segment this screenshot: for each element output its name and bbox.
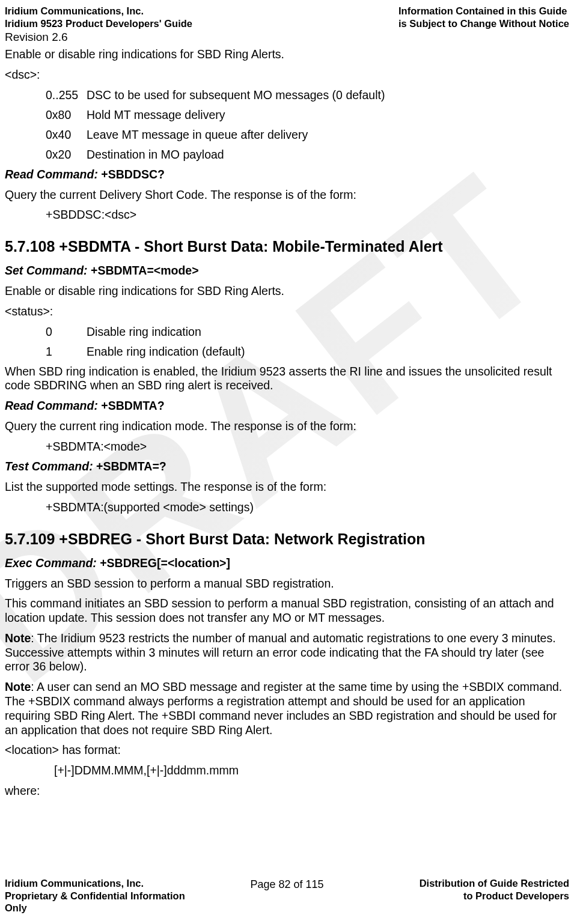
test-command-value: +SBDMTA=?: [93, 460, 166, 473]
status-value: Disable ring indication: [87, 325, 201, 339]
set-command-label: Set Command:: [5, 264, 88, 277]
test-command-label: Test Command:: [5, 460, 93, 473]
status-table: 0Disable ring indication 1Enable ring in…: [46, 325, 569, 359]
paragraph: This command initiates an SBD session to…: [5, 597, 569, 625]
read-command-hdr: Read Command: +SBDDSC?: [5, 168, 569, 182]
where-label: where:: [5, 784, 569, 798]
exec-command-label: Exec Command:: [5, 556, 97, 570]
paragraph: Enable or disable ring indications for S…: [5, 47, 569, 62]
note-paragraph: Note: The Iridium 9523 restricts the num…: [5, 631, 569, 674]
section-5-7-108: 5.7.108 +SBDMTA - Short Burst Data: Mobi…: [5, 238, 569, 255]
dsc-value: Destination in MO payload: [87, 148, 224, 162]
read-command-label: Read Command:: [5, 168, 98, 181]
dsc-key: 0x80: [46, 108, 87, 122]
header-info-line1: Information Contained in this Guide: [398, 5, 569, 17]
response-form: +SBDDSC:<dsc>: [46, 208, 569, 222]
read-command-hdr: Read Command: +SBDMTA?: [5, 399, 569, 413]
paragraph: When SBD ring indication is enabled, the…: [5, 365, 569, 394]
dsc-value: Leave MT message in queue after delivery: [87, 128, 308, 142]
dsc-value: DSC to be used for subsequent MO message…: [87, 88, 385, 102]
exec-command-hdr: Exec Command: +SBDREG[=<location>]: [5, 556, 569, 571]
footer-confidential: Proprietary & Confidential Information: [5, 890, 244, 902]
paragraph: List the supported mode settings. The re…: [5, 480, 569, 494]
set-command-value: +SBDMTA=<mode>: [88, 264, 199, 277]
page-header: Iridium Communications, Inc. Iridium 952…: [5, 5, 569, 29]
set-command-hdr: Set Command: +SBDMTA=<mode>: [5, 264, 569, 278]
dsc-key: 0..255: [46, 88, 87, 102]
read-command-value: +SBDDSC?: [98, 168, 165, 181]
paragraph: Query the current ring indication mode. …: [5, 419, 569, 434]
paragraph: Triggers an SBD session to perform a man…: [5, 577, 569, 591]
page-footer: Iridium Communications, Inc. Proprietary…: [5, 877, 569, 914]
header-info-line2: is Subject to Change Without Notice: [398, 17, 569, 30]
footer-distribution-line2: to Product Developers: [330, 890, 569, 902]
header-guide-title: Iridium 9523 Product Developers' Guide: [5, 17, 192, 30]
section-5-7-109: 5.7.109 +SBDREG - Short Burst Data: Netw…: [5, 530, 569, 548]
test-command-hdr: Test Command: +SBDMTA=?: [5, 460, 569, 474]
status-key: 0: [46, 325, 87, 339]
dsc-value: Hold MT message delivery: [87, 108, 225, 122]
paragraph: Query the current Delivery Short Code. T…: [5, 188, 569, 202]
exec-command-value: +SBDREG[=<location>]: [97, 556, 230, 570]
note-text: : A user can send an MO SBD message and …: [5, 680, 562, 736]
location-format: [+|-]DDMM.MMM,[+|-]dddmm.mmm: [54, 764, 569, 778]
status-value: Enable ring indication (default): [87, 345, 245, 359]
location-label: <location> has format:: [5, 743, 569, 758]
footer-distribution-line1: Distribution of Guide Restricted: [330, 877, 569, 890]
header-company: Iridium Communications, Inc.: [5, 5, 192, 17]
note-paragraph: Note: A user can send an MO SBD message …: [5, 680, 569, 737]
dsc-label: <dsc>:: [5, 68, 569, 82]
revision-text: Revision 2.6: [5, 31, 569, 44]
read-command-label: Read Command:: [5, 399, 98, 412]
status-label: <status>:: [5, 305, 569, 319]
note-label: Note: [5, 680, 31, 693]
status-key: 1: [46, 345, 87, 359]
note-text: : The Iridium 9523 restricts the number …: [5, 631, 556, 673]
footer-only: Only: [5, 902, 244, 914]
page-number: Page 82 of 115: [250, 877, 323, 892]
footer-company: Iridium Communications, Inc.: [5, 877, 244, 890]
response-form: +SBDMTA:(supported <mode> settings): [46, 500, 569, 515]
response-form: +SBDMTA:<mode>: [46, 440, 569, 454]
dsc-key: 0x40: [46, 128, 87, 142]
dsc-key: 0x20: [46, 148, 87, 162]
page-content: Iridium Communications, Inc. Iridium 952…: [0, 0, 586, 798]
note-label: Note: [5, 631, 31, 645]
paragraph: Enable or disable ring indications for S…: [5, 284, 569, 299]
dsc-table: 0..255DSC to be used for subsequent MO m…: [46, 88, 569, 162]
read-command-value: +SBDMTA?: [98, 399, 165, 412]
